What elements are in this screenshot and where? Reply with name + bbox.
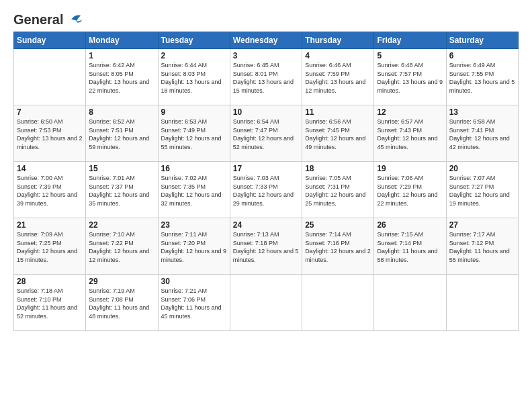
day-number: 17: [233, 164, 299, 173]
day-info: Sunrise: 6:44 AMSunset: 8:03 PMDaylight:…: [161, 61, 227, 95]
week-row-4: 21Sunrise: 7:09 AMSunset: 7:25 PMDayligh…: [14, 218, 519, 275]
calendar-cell: 25Sunrise: 7:14 AMSunset: 7:16 PMDayligh…: [302, 218, 374, 275]
header-row: SundayMondayTuesdayWednesdayThursdayFrid…: [14, 32, 519, 49]
day-number: 19: [377, 164, 443, 173]
day-header-sunday: Sunday: [14, 32, 86, 49]
day-info: Sunrise: 6:49 AMSunset: 7:55 PMDaylight:…: [449, 61, 515, 95]
day-info: Sunrise: 7:18 AMSunset: 7:10 PMDaylight:…: [17, 287, 83, 320]
calendar-cell: 27Sunrise: 7:17 AMSunset: 7:12 PMDayligh…: [446, 218, 518, 275]
calendar-cell: 19Sunrise: 7:06 AMSunset: 7:29 PMDayligh…: [374, 162, 446, 218]
day-info: Sunrise: 7:11 AMSunset: 7:20 PMDaylight:…: [161, 230, 227, 264]
logo: General: [13, 12, 83, 25]
day-info: Sunrise: 6:56 AMSunset: 7:45 PMDaylight:…: [305, 118, 371, 151]
day-number: 21: [17, 220, 83, 230]
calendar-cell: 9Sunrise: 6:53 AMSunset: 7:49 PMDaylight…: [158, 105, 230, 162]
calendar-cell: 12Sunrise: 6:57 AMSunset: 7:43 PMDayligh…: [374, 105, 446, 162]
week-row-5: 28Sunrise: 7:18 AMSunset: 7:10 PMDayligh…: [14, 275, 519, 331]
calendar-cell: 22Sunrise: 7:10 AMSunset: 7:22 PMDayligh…: [86, 218, 158, 275]
day-info: Sunrise: 7:01 AMSunset: 7:37 PMDaylight:…: [89, 174, 154, 208]
day-info: Sunrise: 6:48 AMSunset: 7:57 PMDaylight:…: [377, 61, 443, 95]
calendar-cell: 11Sunrise: 6:56 AMSunset: 7:45 PMDayligh…: [302, 105, 374, 162]
calendar-cell: 28Sunrise: 7:18 AMSunset: 7:10 PMDayligh…: [14, 275, 86, 331]
day-info: Sunrise: 7:07 AMSunset: 7:27 PMDaylight:…: [449, 174, 515, 208]
day-header-saturday: Saturday: [446, 32, 518, 49]
calendar-cell: 13Sunrise: 6:58 AMSunset: 7:41 PMDayligh…: [446, 105, 518, 162]
day-number: 30: [161, 277, 227, 286]
calendar-cell: 15Sunrise: 7:01 AMSunset: 7:37 PMDayligh…: [86, 162, 158, 218]
calendar-cell: [446, 275, 518, 331]
day-number: 13: [449, 107, 515, 117]
day-number: 6: [449, 51, 515, 60]
day-header-monday: Monday: [86, 32, 158, 49]
day-number: 28: [17, 277, 83, 286]
calendar-cell: 1Sunrise: 6:42 AMSunset: 8:05 PMDaylight…: [86, 49, 158, 105]
day-number: 5: [377, 51, 443, 60]
calendar-cell: 26Sunrise: 7:15 AMSunset: 7:14 PMDayligh…: [374, 218, 446, 275]
week-row-2: 7Sunrise: 6:50 AMSunset: 7:53 PMDaylight…: [14, 105, 519, 162]
day-number: 18: [305, 164, 371, 173]
day-info: Sunrise: 7:13 AMSunset: 7:18 PMDaylight:…: [233, 230, 299, 264]
calendar-cell: [230, 275, 302, 331]
day-number: 22: [89, 220, 154, 230]
calendar-cell: 7Sunrise: 6:50 AMSunset: 7:53 PMDaylight…: [14, 105, 86, 162]
day-number: 24: [233, 220, 299, 230]
page-header: General: [13, 12, 519, 25]
calendar-cell: 18Sunrise: 7:05 AMSunset: 7:31 PMDayligh…: [302, 162, 374, 218]
calendar-cell: 14Sunrise: 7:00 AMSunset: 7:39 PMDayligh…: [14, 162, 86, 218]
calendar-cell: 30Sunrise: 7:21 AMSunset: 7:06 PMDayligh…: [158, 275, 230, 331]
day-info: Sunrise: 6:54 AMSunset: 7:47 PMDaylight:…: [233, 118, 299, 151]
day-info: Sunrise: 6:45 AMSunset: 8:01 PMDaylight:…: [233, 61, 299, 95]
day-info: Sunrise: 7:19 AMSunset: 7:08 PMDaylight:…: [89, 287, 154, 320]
day-number: 7: [17, 107, 83, 117]
day-header-thursday: Thursday: [302, 32, 374, 49]
day-info: Sunrise: 7:02 AMSunset: 7:35 PMDaylight:…: [161, 174, 227, 208]
calendar-cell: 4Sunrise: 6:46 AMSunset: 7:59 PMDaylight…: [302, 49, 374, 105]
day-info: Sunrise: 7:03 AMSunset: 7:33 PMDaylight:…: [233, 174, 299, 208]
calendar-cell: 29Sunrise: 7:19 AMSunset: 7:08 PMDayligh…: [86, 275, 158, 331]
day-header-friday: Friday: [374, 32, 446, 49]
calendar-cell: [374, 275, 446, 331]
day-info: Sunrise: 7:05 AMSunset: 7:31 PMDaylight:…: [305, 174, 371, 208]
day-info: Sunrise: 6:58 AMSunset: 7:41 PMDaylight:…: [449, 118, 515, 151]
calendar-cell: 5Sunrise: 6:48 AMSunset: 7:57 PMDaylight…: [374, 49, 446, 105]
day-number: 25: [305, 220, 371, 230]
day-number: 4: [305, 51, 371, 60]
day-number: 23: [161, 220, 227, 230]
calendar-cell: 21Sunrise: 7:09 AMSunset: 7:25 PMDayligh…: [14, 218, 86, 275]
day-number: 27: [449, 220, 515, 230]
week-row-1: 1Sunrise: 6:42 AMSunset: 8:05 PMDaylight…: [14, 49, 519, 105]
calendar-cell: [302, 275, 374, 331]
day-number: 15: [89, 164, 154, 173]
day-info: Sunrise: 7:06 AMSunset: 7:29 PMDaylight:…: [377, 174, 443, 208]
day-number: 29: [89, 277, 154, 286]
day-info: Sunrise: 6:42 AMSunset: 8:05 PMDaylight:…: [89, 61, 154, 95]
calendar-cell: 20Sunrise: 7:07 AMSunset: 7:27 PMDayligh…: [446, 162, 518, 218]
week-row-3: 14Sunrise: 7:00 AMSunset: 7:39 PMDayligh…: [14, 162, 519, 218]
day-info: Sunrise: 7:10 AMSunset: 7:22 PMDaylight:…: [89, 230, 154, 264]
day-info: Sunrise: 7:15 AMSunset: 7:14 PMDaylight:…: [377, 230, 443, 264]
calendar-cell: 2Sunrise: 6:44 AMSunset: 8:03 PMDaylight…: [158, 49, 230, 105]
day-info: Sunrise: 7:00 AMSunset: 7:39 PMDaylight:…: [17, 174, 83, 208]
calendar-cell: 17Sunrise: 7:03 AMSunset: 7:33 PMDayligh…: [230, 162, 302, 218]
calendar-cell: 6Sunrise: 6:49 AMSunset: 7:55 PMDaylight…: [446, 49, 518, 105]
logo-bird-icon: [66, 13, 83, 26]
day-number: 3: [233, 51, 299, 60]
day-info: Sunrise: 6:46 AMSunset: 7:59 PMDaylight:…: [305, 61, 371, 95]
day-number: 10: [233, 107, 299, 117]
day-info: Sunrise: 7:09 AMSunset: 7:25 PMDaylight:…: [17, 230, 83, 264]
day-info: Sunrise: 6:52 AMSunset: 7:51 PMDaylight:…: [89, 118, 154, 151]
calendar-cell: 10Sunrise: 6:54 AMSunset: 7:47 PMDayligh…: [230, 105, 302, 162]
day-number: 1: [89, 51, 154, 60]
calendar-cell: 23Sunrise: 7:11 AMSunset: 7:20 PMDayligh…: [158, 218, 230, 275]
day-info: Sunrise: 7:17 AMSunset: 7:12 PMDaylight:…: [449, 230, 515, 264]
day-number: 14: [17, 164, 83, 173]
day-number: 26: [377, 220, 443, 230]
calendar-cell: 3Sunrise: 6:45 AMSunset: 8:01 PMDaylight…: [230, 49, 302, 105]
day-header-wednesday: Wednesday: [230, 32, 302, 49]
day-number: 20: [449, 164, 515, 173]
calendar-cell: 8Sunrise: 6:52 AMSunset: 7:51 PMDaylight…: [86, 105, 158, 162]
day-number: 16: [161, 164, 227, 173]
day-info: Sunrise: 6:53 AMSunset: 7:49 PMDaylight:…: [161, 118, 227, 151]
day-number: 8: [89, 107, 154, 117]
calendar-page: General SundayMondayTuesdayWednesdayThur…: [0, 0, 532, 411]
